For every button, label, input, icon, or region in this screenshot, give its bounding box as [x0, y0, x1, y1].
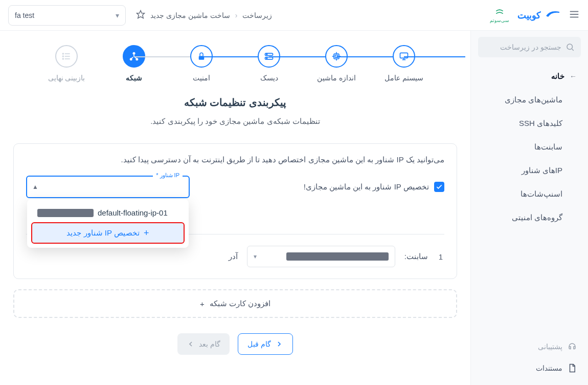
caret-down-icon: ▾: [116, 11, 119, 19]
brand-logo[interactable]: کوبیت: [517, 9, 560, 22]
fip-option-new[interactable]: + تخصیص IP شناور جدید: [31, 222, 185, 244]
chevron-left-icon: [187, 340, 195, 348]
floating-ip-dropdown: default-floating-ip-01 + تخصیص IP شناور …: [27, 199, 189, 248]
arrow-right-icon: ←: [570, 72, 577, 80]
svg-point-4: [567, 44, 573, 50]
svg-marker-3: [137, 11, 145, 18]
plus-icon: +: [200, 300, 205, 308]
checkbox-checked-icon: [434, 182, 444, 192]
step-os[interactable]: سیستم عامل: [373, 45, 435, 82]
svg-point-12: [133, 52, 135, 55]
subnet-select[interactable]: ▾: [247, 246, 395, 267]
next-step-button[interactable]: گام بعد: [177, 333, 230, 355]
plus-icon: +: [144, 228, 149, 238]
sidebar-item-snapshots[interactable]: اسنپ‌شات‌ها: [471, 182, 588, 206]
sidebar-item-ssh[interactable]: کلیدهای SSH: [471, 112, 588, 135]
search-input[interactable]: جستجو در زیرساخت: [478, 37, 581, 57]
svg-line-5: [572, 49, 574, 51]
menu-icon[interactable]: [569, 9, 580, 22]
add-nic-button[interactable]: افزودن کارت شبکه +: [13, 289, 457, 318]
svg-point-19: [266, 58, 267, 59]
project-select[interactable]: ▾ fa test: [8, 5, 126, 26]
star-icon[interactable]: [136, 10, 145, 20]
brand-icon: [545, 9, 560, 22]
sidebar-support[interactable]: پشتیبانی: [471, 336, 588, 357]
breadcrumb-current: ساخت ماشین مجازی جدید: [150, 11, 230, 19]
step-size[interactable]: اندازه ماشین: [306, 45, 367, 82]
chevron-right-icon: [275, 340, 283, 348]
redacted-ip: [37, 209, 94, 217]
subnet-label: سابنت:: [404, 252, 428, 261]
subnet-index: 1: [437, 252, 444, 261]
step-disk[interactable]: دیسک: [238, 45, 300, 82]
sidebar-item-vms[interactable]: ماشین‌های مجازی: [471, 88, 588, 112]
sidebar: جستجو در زیرساخت ← خانه ماشین‌های مجازی …: [470, 31, 588, 385]
floating-ip-card: می‌توانید یک IP شناور به این ماشین مجازی…: [13, 143, 457, 279]
search-placeholder: جستجو در زیرساخت: [500, 43, 561, 51]
brand-name: کوبیت: [517, 10, 541, 21]
assign-fip-checkbox[interactable]: تخصیص IP شناور به این ماشین مجازی!: [304, 182, 444, 192]
floating-ip-desc: می‌توانید یک IP شناور به این ماشین مجازی…: [26, 155, 444, 164]
floating-ip-select[interactable]: IP شناور * ▲ default-floating-ip-01 + تخ…: [26, 176, 190, 198]
sidebar-item-sec-groups[interactable]: گروه‌های امنیتی: [471, 206, 588, 229]
svg-point-11: [63, 58, 64, 59]
sidebar-item-home[interactable]: ← خانه: [471, 65, 588, 88]
sidebar-docs[interactable]: مستندات: [471, 357, 588, 379]
stepper: بازبینی نهایی شبکه امنیت دیسک اندازه ماش: [36, 45, 435, 82]
headset-icon: [568, 342, 577, 351]
step-network[interactable]: شبکه: [103, 45, 165, 82]
caret-down-icon: ▾: [254, 253, 257, 260]
fip-option-existing[interactable]: default-floating-ip-01: [31, 203, 185, 222]
chevron-left-icon: ‹: [235, 11, 238, 19]
step-review[interactable]: بازبینی نهایی: [36, 45, 97, 82]
sidebar-item-floating-ips[interactable]: IPهای شناور: [471, 159, 588, 182]
svg-point-10: [63, 56, 64, 57]
sidebar-item-subnets[interactable]: سابنت‌ها: [471, 135, 588, 159]
redacted-subnet: [286, 252, 389, 261]
address-label: آدر: [229, 252, 238, 261]
list-icon: [61, 51, 72, 61]
subnet-row: 1 سابنت: ▾ آدر: [26, 246, 444, 267]
step-security[interactable]: امنیت: [171, 45, 232, 82]
document-icon: [568, 363, 577, 373]
caret-up-icon: ▲: [32, 183, 38, 190]
svg-point-18: [266, 54, 267, 55]
breadcrumb: زیرساخت ‹ ساخت ماشین مجازی جدید: [136, 10, 490, 20]
prev-step-button[interactable]: گام قبل: [238, 333, 293, 355]
svg-point-9: [63, 53, 64, 54]
project-select-value: fa test: [15, 11, 34, 19]
breadcrumb-root[interactable]: زیرساخت: [242, 11, 272, 19]
section-subtitle: تنظیمات شبکه‌ی ماشین مجازی خود را پیکربن…: [13, 117, 457, 126]
secondary-logo: سی‌سوتم: [490, 8, 509, 23]
floating-ip-select-label: IP شناور *: [153, 172, 183, 179]
search-icon: [566, 42, 575, 52]
section-title: پیکربندی تنظیمات شبکه: [13, 96, 457, 109]
